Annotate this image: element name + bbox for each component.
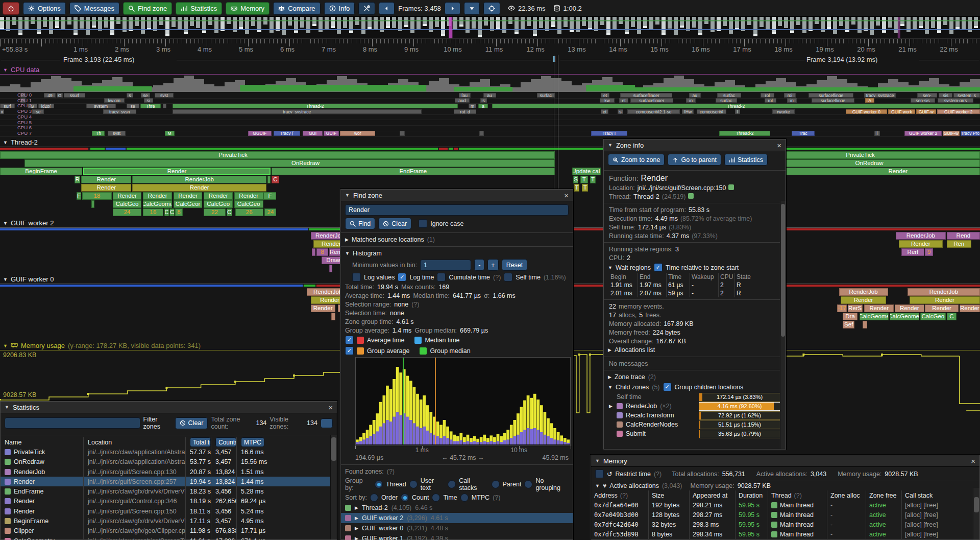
timeline-zone[interactable]: T	[574, 184, 579, 192]
cpu-zone[interactable]: surfac	[537, 93, 555, 98]
cpu-zone[interactable]: Th	[92, 131, 105, 135]
timeline-zone[interactable]: RenderJob	[908, 288, 980, 296]
timeline-zone[interactable]: CalcGeome	[143, 200, 172, 208]
sort-by-radio-count[interactable]	[401, 494, 409, 502]
timeline-zone[interactable]: Render	[113, 192, 142, 200]
cpu-zone[interactable]: Tracy Prof	[961, 131, 980, 135]
group-by-radio-user-text[interactable]	[409, 480, 418, 488]
info-button[interactable]: Info	[324, 2, 355, 15]
timeline-zone[interactable]: CalcGeomet	[890, 313, 919, 320]
cpu-zone[interactable]: surf	[0, 104, 15, 108]
table-row[interactable]: Renderjni/../jni/src/guif/Screen.cpp:257…	[1, 477, 337, 486]
timeline-zone[interactable]: OnRedraw	[24, 159, 555, 167]
wait-column-state[interactable]: State	[734, 273, 754, 281]
cpu-zone[interactable]: Thread-2	[173, 104, 458, 108]
column-counts[interactable]: Counts	[211, 437, 236, 447]
cpu-zone[interactable]: GUIF worker 2	[904, 131, 942, 135]
call-stack-cell[interactable]: [alloc] [free]	[901, 510, 979, 520]
cpu-zone[interactable]: composer@	[697, 109, 726, 114]
wait-column-time[interactable]: Time	[666, 273, 690, 281]
frame-label-left[interactable]: Frame 3,193 (22.45 ms)	[63, 56, 134, 63]
cpu-zone[interactable]: et	[601, 109, 608, 114]
group-by-radio-call-stacks[interactable]	[448, 480, 456, 488]
column-size[interactable]: Size	[648, 490, 689, 500]
cpu-zone[interactable]: rol	[761, 93, 774, 98]
options-button[interactable]: Options	[23, 2, 66, 15]
time-relative-checkbox[interactable]: ✓	[654, 263, 663, 272]
legend-checkbox[interactable]: ✓	[345, 346, 354, 355]
timeline-zone[interactable]: S	[573, 176, 578, 183]
table-row[interactable]: Clipperjni/../jni/src/claw/gfx/geo/Clipp…	[1, 526, 337, 536]
statistics-title-bar[interactable]: ▼ Statistics ×	[1, 402, 337, 413]
cpu-zone[interactable]: in	[686, 98, 696, 103]
close-icon[interactable]: ×	[328, 403, 333, 412]
timeline-zone[interactable]	[331, 313, 335, 320]
location-value[interactable]: jni/../jni/src/guif/Screen.cpp:150	[638, 184, 726, 192]
cpu-zone[interactable]: l	[735, 109, 740, 114]
cpu-zone[interactable]: si	[144, 98, 153, 103]
frame-label-right[interactable]: Frame 3,194 (13.92 ms)	[806, 56, 877, 63]
expand-icon[interactable]: ▶	[608, 347, 611, 353]
cpu-zone[interactable]: Tracy !	[591, 131, 627, 135]
timeline-zone[interactable]: Render	[132, 184, 266, 192]
zone-info-title-bar[interactable]: ▼ Zone info ×	[604, 139, 786, 151]
wait-table-row[interactable]: 2.01 ms2.07 ms59 µs-2R	[609, 289, 780, 297]
tools-button[interactable]	[358, 2, 375, 15]
cpu-zone[interactable]: 49	[44, 93, 56, 98]
scrollbar-thumb[interactable]	[974, 497, 979, 512]
cpu-zone[interactable]: G	[57, 93, 63, 98]
search-input[interactable]: Render	[345, 204, 569, 216]
timeline-zone[interactable]: Render	[81, 176, 131, 183]
collapse-icon[interactable]: ▼	[608, 143, 612, 148]
expand-icon[interactable]: ▶	[345, 237, 349, 242]
table-row[interactable]: PrivateTickjni/../jni/src/claw/applicati…	[1, 447, 337, 457]
messages-button[interactable]: Messages	[69, 2, 119, 15]
table-row[interactable]: EndFramejni/../jni/src/claw/gfx/drv/vk/D…	[1, 486, 337, 496]
thread-cell[interactable]: Main thread	[768, 520, 827, 529]
sort-by-radio-mtpc[interactable]	[460, 494, 469, 502]
cpu-zone[interactable]: aud	[455, 98, 470, 103]
cpu-zone[interactable]: tracy_systrace	[864, 93, 895, 98]
call-stack-cell[interactable]: [alloc] [free]	[901, 500, 979, 510]
time-ruler[interactable]: +55.83 s 1 ms2 ms3 ms4 ms5 ms6 ms7 ms8 m…	[0, 39, 980, 55]
timeline-zone[interactable]: Ren	[947, 240, 971, 248]
clear-button[interactable]: Clear	[378, 218, 411, 229]
cpu-zone[interactable]: sen-	[917, 93, 937, 98]
child-zone-row[interactable]: Submit35.63 µs (0.79%)	[604, 429, 786, 438]
cpu-zone[interactable]: [au	[459, 93, 471, 98]
cpu-zone[interactable]: Thread-2	[719, 131, 770, 135]
timeline-zone[interactable]: Render	[899, 240, 943, 248]
statistics-button[interactable]: Statistics	[724, 154, 768, 166]
timeline-zone[interactable]: Render	[864, 304, 894, 312]
cpu-zone[interactable]: syst	[108, 131, 126, 135]
timeline-zone[interactable]	[863, 321, 868, 328]
cpu-zone[interactable]	[479, 131, 484, 135]
cpu-zone[interactable]: s	[127, 93, 133, 98]
timeline-zone[interactable]: Update call	[572, 168, 601, 175]
cpu-zone[interactable]: GUIF worker 2	[937, 109, 980, 114]
timeline-zone[interactable]: 9	[925, 248, 933, 256]
allocation-row[interactable]: 0x7dfc53d8988 bytes298.34 ms59.95 sMain …	[591, 529, 979, 539]
timeline-zone[interactable]: C	[947, 313, 957, 320]
prev-frame-button[interactable]	[379, 2, 395, 15]
timeline-zone[interactable]: Render	[910, 296, 980, 304]
timeline-zone[interactable]: Rend	[947, 232, 980, 240]
cpu-zone[interactable]: wor	[340, 131, 375, 135]
cpu-zone[interactable]: tracy_sysn	[103, 109, 136, 114]
cpu-zone[interactable]: se	[141, 93, 150, 98]
cpu-zone[interactable]: ssurf	[64, 93, 85, 98]
help-icon[interactable]: (?)	[493, 494, 500, 501]
close-icon[interactable]: ×	[971, 457, 975, 465]
zone-group-row[interactable]: ▶GUIF worker 1(3,192)4.39 s	[341, 533, 573, 540]
increment-button[interactable]: +	[487, 259, 498, 271]
timeline-zone[interactable]: CalcGeor	[174, 200, 203, 208]
cpu-zone[interactable]: GUIF-w	[916, 109, 936, 114]
expand-icon[interactable]: ▶	[355, 515, 358, 521]
expand-icon[interactable]: ▶	[608, 374, 611, 380]
collapse-icon[interactable]: ▼	[595, 458, 600, 463]
table-row[interactable]: BeginFramejni/../jni/src/claw/gfx/drv/vk…	[1, 516, 337, 526]
collapse-icon[interactable]: ▼	[608, 385, 612, 390]
timeline-zone[interactable]: Render	[143, 192, 172, 200]
group-by-radio-thread[interactable]	[375, 480, 383, 488]
cpu-zone[interactable]: surfaceflinger	[620, 93, 672, 98]
